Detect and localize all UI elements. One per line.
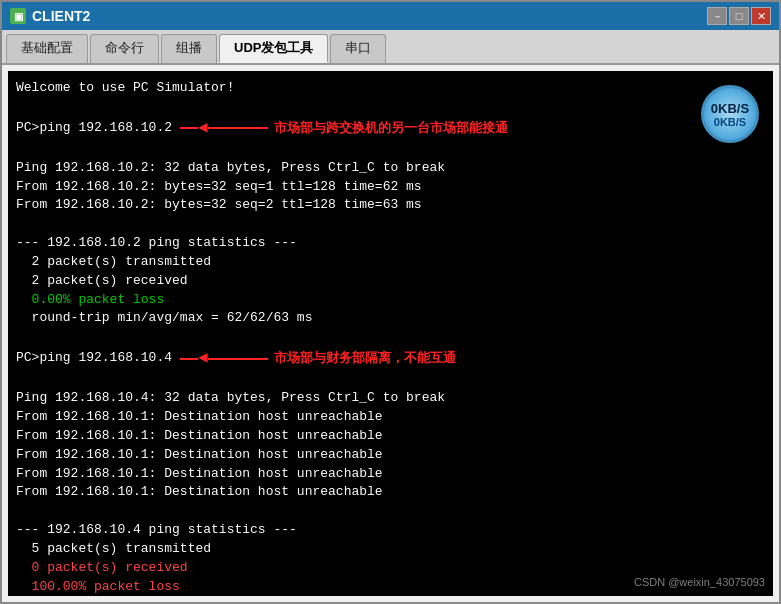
title-bar: ▣ CLIENT2 － □ ✕: [2, 2, 779, 30]
tab-command-line[interactable]: 命令行: [90, 34, 159, 63]
app-icon: ▣: [10, 8, 26, 24]
terminal-line-18: From 192.168.10.1: Destination host unre…: [16, 427, 765, 446]
maximize-button[interactable]: □: [729, 7, 749, 25]
terminal-line-7: [16, 215, 765, 234]
close-button[interactable]: ✕: [751, 7, 771, 25]
terminal-line-23: --- 192.168.10.4 ping statistics ---: [16, 521, 765, 540]
terminal-line-3: [16, 140, 765, 159]
speed-top: 0KB/S: [711, 101, 749, 116]
window-title: CLIENT2: [32, 8, 90, 24]
terminal-line-2: PC>ping 192.168.10.2 ◀ 市场部与跨交换机的另一台市场部能接…: [16, 117, 765, 140]
terminal-line-25: 0 packet(s) received: [16, 559, 765, 578]
terminal-line-6: From 192.168.10.2: bytes=32 seq=2 ttl=12…: [16, 196, 765, 215]
terminal-line-17: From 192.168.10.1: Destination host unre…: [16, 408, 765, 427]
terminal[interactable]: Welcome to use PC Simulator! PC>ping 192…: [8, 71, 773, 596]
terminal-line-16: Ping 192.168.10.4: 32 data bytes, Press …: [16, 389, 765, 408]
minimize-button[interactable]: －: [707, 7, 727, 25]
terminal-line-21: From 192.168.10.1: Destination host unre…: [16, 483, 765, 502]
terminal-line-8: --- 192.168.10.2 ping statistics ---: [16, 234, 765, 253]
tab-udp-tool[interactable]: UDP发包工具: [219, 34, 328, 63]
terminal-line-0: Welcome to use PC Simulator!: [16, 79, 765, 98]
tab-multicast[interactable]: 组播: [161, 34, 217, 63]
tab-bar: 基础配置 命令行 组播 UDP发包工具 串口: [2, 30, 779, 65]
window-controls: － □ ✕: [707, 7, 771, 25]
tab-serial[interactable]: 串口: [330, 34, 386, 63]
content-area: 0KB/S 0KB/S Welcome to use PC Simulator!…: [2, 65, 779, 602]
tab-basic-config[interactable]: 基础配置: [6, 34, 88, 63]
terminal-line-9: 2 packet(s) transmitted: [16, 253, 765, 272]
terminal-line-20: From 192.168.10.1: Destination host unre…: [16, 465, 765, 484]
terminal-line-11: 0.00% packet loss: [16, 291, 765, 310]
terminal-line-1: [16, 98, 765, 117]
csdn-watermark: CSDN @weixin_43075093: [634, 576, 765, 588]
title-bar-left: ▣ CLIENT2: [10, 8, 90, 24]
terminal-line-13: [16, 328, 765, 347]
speed-bottom: 0KB/S: [714, 116, 746, 128]
terminal-wrapper: 0KB/S 0KB/S Welcome to use PC Simulator!…: [8, 71, 773, 596]
terminal-line-12: round-trip min/avg/max = 62/62/63 ms: [16, 309, 765, 328]
terminal-line-5: From 192.168.10.2: bytes=32 seq=1 ttl=12…: [16, 178, 765, 197]
terminal-line-14: PC>ping 192.168.10.4 ◀ 市场部与财务部隔离，不能互通: [16, 347, 765, 370]
speed-indicator: 0KB/S 0KB/S: [701, 85, 759, 143]
terminal-line-24: 5 packet(s) transmitted: [16, 540, 765, 559]
terminal-line-10: 2 packet(s) received: [16, 272, 765, 291]
terminal-line-19: From 192.168.10.1: Destination host unre…: [16, 446, 765, 465]
terminal-line-15: [16, 370, 765, 389]
terminal-line-22: [16, 502, 765, 521]
main-window: ▣ CLIENT2 － □ ✕ 基础配置 命令行 组播 UDP发包工具 串口 0…: [0, 0, 781, 604]
terminal-line-4: Ping 192.168.10.2: 32 data bytes, Press …: [16, 159, 765, 178]
